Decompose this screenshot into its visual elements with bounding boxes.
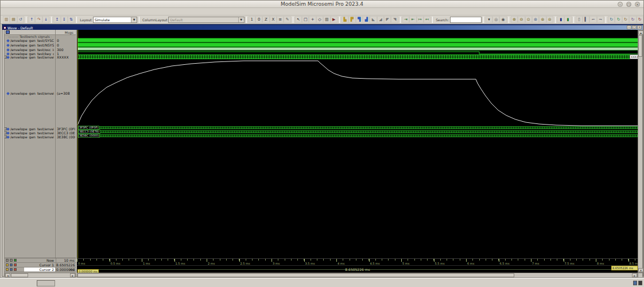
compare-time-icon[interactable]: ¬ [597,16,604,23]
prev-edge-icon[interactable]: ↤ [424,16,430,23]
signal-row[interactable]: /envelope_gen_test/SYSCLK0 [5,38,76,42]
cursor1-flag[interactable]: 8.6505226 ms [611,266,638,270]
force-x-icon[interactable]: X [270,16,277,23]
names-scroll-right-icon[interactable]: ▸ [70,273,75,277]
taskbar-window-button[interactable] [37,280,55,286]
trim-range-icon[interactable]: ◥ [391,16,398,23]
wave-minimize-button[interactable]: – [627,25,631,29]
signal-row[interactable]: /envelope_gen_test/envelope_inspect_r(a=… [5,91,76,95]
bars-view-icon[interactable]: ▥ [323,16,330,23]
signal-row[interactable]: +/envelope_gen_test/envelope_gen_0/rele.… [5,135,76,139]
restart-icon[interactable]: ↻ [608,16,615,23]
wave-hscrollbar[interactable]: ▸ [77,273,638,278]
cursor-track[interactable]: 8.6505226 ms 0.000000 ms 8.6505226 ms [77,265,638,273]
columnlayout-select[interactable]: Default▼ [168,17,244,23]
search-next-icon[interactable]: ◎ [492,16,499,23]
insert-down-icon[interactable]: ↓ [42,16,49,23]
signal-row[interactable]: +/envelope_gen_test/envelope_gen_0/dec..… [5,131,76,135]
search-prev-icon[interactable]: ◉ [499,16,506,23]
bookmark-icon[interactable]: ↷ [35,16,42,23]
wave-canvas[interactable]: 3F3FC (0F0F)3ECC3 (0E78)3E38C (0000)XXXX [77,30,638,258]
move-bottom-icon[interactable]: ↧ [61,16,68,23]
copy-wave-icon[interactable]: ▥ [3,16,10,23]
extend-range-icon[interactable]: ◤ [384,16,391,23]
signal-row[interactable]: +/envelope_gen_test/envelope_inspectXXXX… [5,55,76,59]
literal-icon[interactable]: ≡ [277,16,284,23]
wave-scroll-thumb[interactable] [77,273,514,277]
names-scroll-thumb[interactable] [11,273,28,277]
edit-force-icon[interactable]: ✎ [284,16,290,23]
signal-row[interactable]: +/envelope_gen_test/envelope_gen_0/atta.… [5,127,76,131]
reload-icon[interactable]: ↺ [17,16,24,23]
next-edge-icon[interactable]: ↦ [417,16,424,23]
zoom-out-icon[interactable]: ⊖ [518,16,525,23]
cursor2-row[interactable]: Cursor 2 0.0000000 ms [5,267,76,272]
zoom-full-icon[interactable]: ⊙ [525,16,532,23]
prev-transition-icon[interactable]: ⇤ [409,16,416,23]
time-ruler[interactable]: 0 ms0.5 ms1 ms1.5 ms2 ms2.5 ms3 ms3.5 ms… [77,258,638,265]
crosshair-mode-icon[interactable]: ◇ [316,16,323,23]
force-z-icon[interactable]: Z [262,16,269,23]
edit-cursor2-icon[interactable] [10,268,13,271]
signal-row[interactable]: /envelope_gen_test/NSYSRESET0 [5,43,76,47]
event-time-icon[interactable]: ⌐ [589,16,596,23]
search-input[interactable] [450,17,482,23]
names-scroll-left-icon[interactable]: ◂ [5,273,10,277]
signal-row[interactable]: /envelope_gen_test/osc_idx300 [5,48,76,52]
zoom-mode2-icon[interactable]: ⊜ [546,16,553,23]
insert-gap-icon[interactable]: ▟ [363,16,370,23]
layout-select[interactable]: Simulate▼ [93,17,137,23]
dropdown-arrow-icon[interactable]: ▼ [131,17,137,22]
zoom-in-icon[interactable]: ⊕ [511,16,518,23]
copy-range-icon[interactable]: ▛ [348,16,355,23]
select-mode-icon[interactable]: ↖ [295,16,302,23]
flag-mode-icon[interactable]: ▶ [331,16,337,23]
search-down-icon[interactable]: ▾ [486,16,492,23]
signal-filter-icon[interactable] [6,30,10,34]
app-titlebar[interactable]: ModelSim Microsemi Pro 2023.4 –□× [1,1,643,8]
wave-vscroll-thumb[interactable] [638,35,642,57]
cursor1-row[interactable]: Cursor 1 8.6505226 ms [5,263,76,267]
cursor2-line[interactable] [77,30,78,258]
continue-run-icon[interactable]: ↻ [622,16,629,23]
tray-icon-1[interactable] [633,281,637,285]
next-transition-icon[interactable]: ⇥ [402,16,409,23]
reorder-icon[interactable]: ⇅ [68,16,75,23]
menu-bar[interactable] [1,8,643,15]
insert-pointer-icon[interactable]: ↑ [28,16,35,23]
delete-cursor2-icon[interactable] [14,268,17,271]
add-cursor2-icon[interactable] [6,268,9,271]
scroll-down-icon[interactable]: ▾ [638,268,643,272]
wave-close-button[interactable]: × [637,25,642,29]
paste-range-icon[interactable]: ▜ [356,16,363,23]
link-icon[interactable] [6,259,9,262]
wave-restore-button[interactable]: ▢ [632,25,637,29]
expanded-time-icon[interactable]: ▯ [576,16,583,23]
show-readers-icon[interactable]: ▮ [564,16,571,23]
lock-icon[interactable] [10,259,13,262]
delta-collapse-icon[interactable]: ▍ [583,16,589,23]
maximize-button[interactable]: □ [626,2,631,7]
wave-titlebar[interactable]: Wave - Default –▢× [2,25,643,30]
move-top-icon[interactable]: ↥ [53,16,60,23]
zoom-cursor-icon[interactable]: ⊚ [532,16,539,23]
force-one-icon[interactable]: 1 [249,16,255,23]
paste-wave-icon[interactable]: ▤ [10,16,17,23]
tray-icon-2[interactable] [638,281,642,285]
stretch-edge-icon[interactable]: ◣ [370,16,377,23]
minimize-button[interactable]: – [618,2,623,7]
zoom-mode-icon[interactable]: □ [302,16,309,23]
show-drivers-icon[interactable]: ▮ [557,16,564,23]
step-run-icon[interactable]: ↻ [629,16,636,23]
edit-cursor-icon[interactable] [10,263,13,266]
dropdown-arrow-icon[interactable]: ▼ [238,17,244,22]
pan-mode-icon[interactable]: + [309,16,316,23]
force-zero-icon[interactable]: 0 [255,16,262,23]
zoom-range-icon[interactable]: ⊛ [539,16,546,23]
add-cursor-icon[interactable] [6,263,9,266]
close-button[interactable]: × [635,2,640,7]
delete-cursor-icon[interactable] [14,263,17,266]
wave-vscrollbar[interactable]: ▴ ▾ [638,30,643,273]
move-edge-icon[interactable]: ◢ [377,16,384,23]
rerun-icon[interactable]: ↻ [615,16,622,23]
